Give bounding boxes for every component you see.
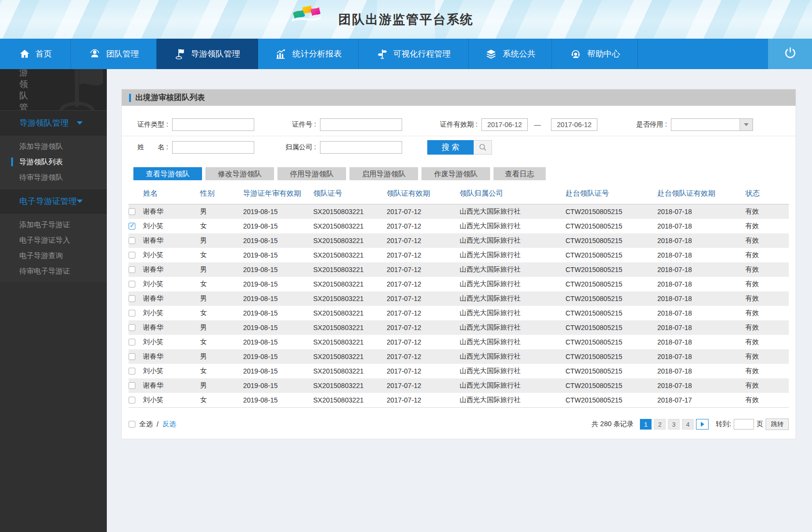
page-button-1[interactable]: 1 <box>640 419 652 430</box>
cell-company: 山西光大国际旅行社 <box>460 236 566 245</box>
cell-name: 谢春华 <box>143 265 200 274</box>
nav-item-label: 可视化行程管理 <box>393 48 451 59</box>
tab-1[interactable]: 查看导游领队 <box>133 167 202 180</box>
cert-type-input[interactable] <box>172 118 254 131</box>
page-button-3[interactable]: 3 <box>668 419 680 430</box>
cell-tw_no: CTW20150805215 <box>566 295 657 302</box>
row-checkbox[interactable] <box>129 266 135 273</box>
cell-annual: 2019-08-15 <box>243 295 313 302</box>
select-all-checkbox[interactable] <box>129 421 135 428</box>
cell-tw_no: CTW20150805215 <box>566 382 657 389</box>
cell-annual: 2019-08-15 <box>243 251 313 259</box>
row-checkbox[interactable] <box>129 353 135 360</box>
cell-company: 山西光大国际旅行社 <box>460 294 566 303</box>
cell-status: 有效 <box>745 323 790 332</box>
cell-annual: 2019-08-15 <box>243 324 313 331</box>
tab-5[interactable]: 作废导游领队 <box>421 167 490 180</box>
sidebar-item[interactable]: 添加电子导游证 <box>0 217 107 232</box>
nav-item-7[interactable]: 帮助中心 <box>552 39 638 69</box>
next-page-button[interactable] <box>696 419 709 430</box>
cell-tw_no: CTW20150805215 <box>566 251 657 259</box>
cell-name: 谢春华 <box>143 236 200 245</box>
cell-cert_no: SX20150803221 <box>313 251 387 259</box>
name-input[interactable] <box>172 141 254 154</box>
tab-2[interactable]: 修改导游领队 <box>205 167 274 180</box>
row-checkbox[interactable] <box>129 223 135 230</box>
disabled-select[interactable] <box>671 118 753 131</box>
invert-selection-link[interactable]: 反选 <box>162 420 176 429</box>
row-checkbox[interactable] <box>129 339 135 345</box>
sidebar-item[interactable]: 电子导游查询 <box>0 248 107 263</box>
cell-cert_valid: 2017-07-12 <box>387 353 460 360</box>
sidebar-item[interactable]: 添加导游领队 <box>0 139 107 154</box>
cell-cert_no: SX20150803221 <box>313 295 387 302</box>
row-checkbox[interactable] <box>129 252 135 259</box>
valid-from-input[interactable] <box>481 118 528 131</box>
cert-type-label: 证件类型 : <box>133 120 168 129</box>
cert-no-input[interactable] <box>320 118 402 131</box>
cell-company: 山西光大国际旅行社 <box>460 251 566 259</box>
jump-button[interactable]: 跳转 <box>766 418 789 430</box>
nav-item-4[interactable]: 统计分析报表 <box>258 39 359 69</box>
sidebar-item[interactable]: 电子导游证导入 <box>0 232 107 248</box>
company-label: 归属公司 : <box>281 143 316 152</box>
valid-to-input[interactable] <box>551 118 597 131</box>
nav-item-3[interactable]: 导游领队管理 <box>157 39 258 69</box>
nav-item-1[interactable]: 首页 <box>0 39 71 69</box>
sidebar-section-2[interactable]: 电子导游证管理 <box>0 188 107 214</box>
sidebar-item[interactable]: 待审导游领队 <box>0 170 107 185</box>
cell-gender: 女 <box>200 222 243 230</box>
cell-tw_valid: 2018-07-18 <box>657 208 745 216</box>
company-input[interactable] <box>320 141 402 154</box>
row-checkbox[interactable] <box>129 324 135 331</box>
panel-title: 出境游审核团队列表 <box>135 93 205 103</box>
cell-tw_valid: 2018-07-18 <box>657 266 745 273</box>
tab-6[interactable]: 查看日志 <box>493 167 546 180</box>
cell-tw_no: CTW20150805215 <box>566 280 657 288</box>
table-row: 谢春华男2019-08-15SX201508032212017-07-12山西光… <box>129 349 789 364</box>
sidebar-item[interactable]: 导游领队列表 <box>0 154 107 170</box>
goto-page-input[interactable] <box>734 419 754 430</box>
cell-status: 有效 <box>745 352 790 361</box>
cell-cert_valid: 2017-07-12 <box>387 222 460 230</box>
table-row: 谢春华男2019-08-15SX201508032212017-07-12山西光… <box>129 320 789 335</box>
search-button[interactable]: 搜 索 <box>427 140 492 155</box>
cell-status: 有效 <box>745 338 790 346</box>
tab-3[interactable]: 停用导游领队 <box>277 167 346 180</box>
row-checkbox[interactable] <box>129 397 135 403</box>
row-checkbox[interactable] <box>129 281 135 288</box>
cell-name: 刘小笑 <box>143 396 200 404</box>
panel-header: 出境游审核团队列表 <box>122 89 796 106</box>
logout-button[interactable] <box>768 39 812 69</box>
cell-tw_valid: 2018-07-18 <box>657 280 745 288</box>
cell-cert_no: SX20150803221 <box>313 353 387 360</box>
cell-annual: 2019-08-15 <box>243 237 313 244</box>
cell-tw_valid: 2018-07-18 <box>657 237 745 244</box>
table-row: 刘小笑女2019-08-15SX201508032212017-07-12山西光… <box>129 393 789 407</box>
name-label: 姓 名 : <box>133 143 168 152</box>
footer-separator: / <box>157 420 159 428</box>
nav-item-2[interactable]: 团队管理 <box>71 39 157 69</box>
row-checkbox[interactable] <box>129 208 135 215</box>
tab-4[interactable]: 启用导游领队 <box>349 167 418 180</box>
cell-gender: 男 <box>200 352 243 361</box>
cell-tw_no: CTW20150805215 <box>566 338 657 346</box>
table-row: 刘小笑女2019-08-15SX201508032212017-07-12山西光… <box>129 335 789 349</box>
table-row: 谢春华男2019-08-15SX201508032212017-07-12山西光… <box>129 378 789 393</box>
page-button-2[interactable]: 2 <box>654 419 666 430</box>
sidebar-item[interactable]: 待审电子导游证 <box>0 263 107 279</box>
cell-cert_no: SX20150803221 <box>313 396 387 404</box>
cell-annual: 2019-08-15 <box>243 309 313 317</box>
nav-item-6[interactable]: 系统公共 <box>469 39 552 69</box>
cell-status: 有效 <box>745 294 790 303</box>
row-checkbox[interactable] <box>129 382 135 389</box>
nav-item-5[interactable]: 可视化行程管理 <box>359 39 469 69</box>
row-checkbox[interactable] <box>129 368 135 374</box>
row-checkbox[interactable] <box>129 310 135 316</box>
cell-name: 刘小笑 <box>143 309 200 317</box>
sidebar-section-1[interactable]: 导游领队管理 <box>0 110 107 135</box>
page-button-4[interactable]: 4 <box>682 419 694 430</box>
row-checkbox[interactable] <box>129 295 135 302</box>
row-checkbox[interactable] <box>129 237 135 244</box>
cell-name: 刘小笑 <box>143 251 200 259</box>
